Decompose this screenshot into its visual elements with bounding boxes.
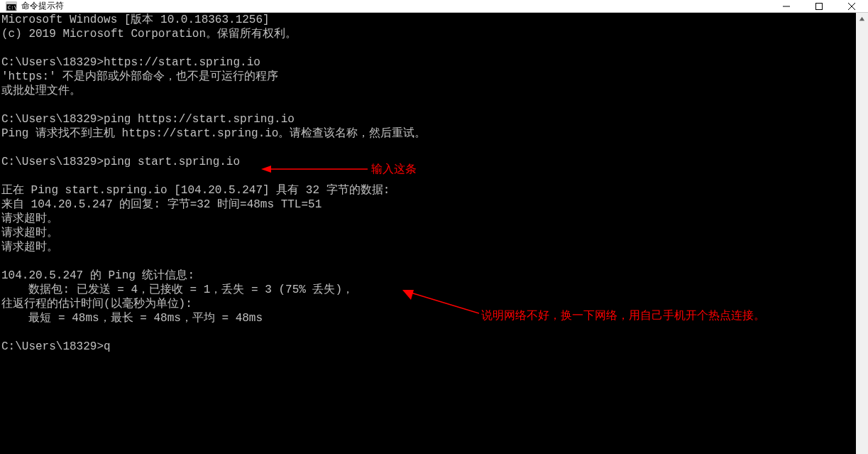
terminal-line: 数据包: 已发送 = 4，已接收 = 1，丢失 = 3 (75% 丢失)， bbox=[1, 283, 855, 297]
terminal-line: 'https:' 不是内部或外部命令，也不是可运行的程序 bbox=[1, 70, 855, 84]
svg-rect-4 bbox=[816, 3, 823, 9]
vertical-scrollbar[interactable] bbox=[856, 13, 868, 454]
maximize-button[interactable] bbox=[803, 0, 835, 12]
titlebar[interactable]: C:\ 命令提示符 bbox=[0, 0, 868, 13]
terminal-line: 或批处理文件。 bbox=[1, 84, 855, 98]
svg-rect-1 bbox=[6, 2, 16, 4]
terminal-line: C:\Users\18329>https://start.spring.io bbox=[1, 55, 855, 70]
terminal-line: C:\Users\18329>q bbox=[1, 340, 855, 354]
minimize-button[interactable] bbox=[770, 0, 803, 12]
terminal-line: 请求超时。 bbox=[1, 212, 855, 226]
terminal-line: C:\Users\18329>ping start.spring.io bbox=[1, 155, 855, 169]
terminal-line bbox=[1, 141, 855, 155]
svg-text:C:\: C:\ bbox=[8, 5, 17, 11]
terminal-line: 请求超时。 bbox=[1, 240, 855, 254]
window: C:\ 命令提示符 Microsoft Windows [版本 10.0.183… bbox=[0, 0, 868, 454]
app-icon: C:\ bbox=[6, 1, 17, 12]
svg-marker-11 bbox=[859, 17, 864, 21]
terminal-line: 正在 Ping start.spring.io [104.20.5.247] 具… bbox=[1, 183, 855, 198]
scroll-up-button[interactable] bbox=[856, 13, 868, 25]
terminal-line bbox=[1, 254, 855, 269]
window-title: 命令提示符 bbox=[21, 0, 64, 12]
annotation-text-1: 输入这条 bbox=[371, 162, 417, 176]
terminal-line bbox=[1, 325, 855, 340]
terminal-line: C:\Users\18329>ping https://start.spring… bbox=[1, 112, 855, 126]
terminal-line: 请求超时。 bbox=[1, 226, 855, 240]
client-area: Microsoft Windows [版本 10.0.18363.1256](c… bbox=[0, 13, 868, 454]
terminal-line: (c) 2019 Microsoft Corporation。保留所有权利。 bbox=[1, 27, 855, 41]
window-buttons bbox=[770, 0, 868, 12]
terminal-line: 104.20.5.247 的 Ping 统计信息: bbox=[1, 269, 855, 283]
terminal-line bbox=[1, 98, 855, 112]
close-button[interactable] bbox=[835, 0, 868, 12]
terminal-line: Ping 请求找不到主机 https://start.spring.io。请检查… bbox=[1, 126, 855, 141]
terminal-line: Microsoft Windows [版本 10.0.18363.1256] bbox=[1, 13, 855, 27]
terminal-line: 来自 104.20.5.247 的回复: 字节=32 时间=48ms TTL=5… bbox=[1, 198, 855, 212]
terminal[interactable]: Microsoft Windows [版本 10.0.18363.1256](c… bbox=[0, 13, 856, 454]
terminal-line bbox=[1, 169, 855, 183]
annotation-text-2: 说明网络不好，换一下网络，用自己手机开个热点连接。 bbox=[481, 308, 765, 323]
terminal-line bbox=[1, 41, 855, 55]
